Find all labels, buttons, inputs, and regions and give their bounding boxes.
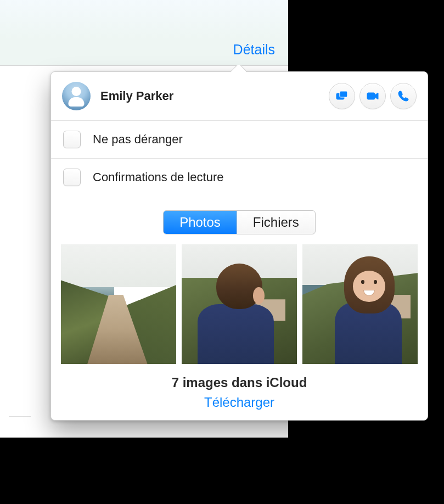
read-receipts-checkbox[interactable]	[63, 169, 81, 186]
background-header: Détails	[0, 0, 288, 66]
contact-header: Emily Parker	[51, 72, 428, 120]
svg-rect-1	[340, 91, 347, 97]
details-button[interactable]: Détails	[233, 42, 275, 58]
photo-grid	[51, 244, 428, 364]
avatar[interactable]	[62, 82, 91, 110]
phone-icon	[397, 89, 410, 103]
separator	[9, 416, 31, 417]
dnd-row: Ne pas déranger	[51, 120, 428, 158]
dnd-label: Ne pas déranger	[93, 132, 183, 147]
photo-thumbnail[interactable]	[61, 244, 176, 364]
contact-actions	[329, 83, 417, 109]
share-screen-button[interactable]	[329, 83, 355, 109]
attachments-tab-group: Photos Fichiers	[51, 196, 428, 244]
photo-thumbnail[interactable]	[182, 244, 297, 364]
details-popover: Emily Parker Ne pas déranger Confirmatio…	[50, 71, 428, 421]
read-receipts-label: Confirmations de lecture	[93, 170, 223, 184]
tab-files[interactable]: Fichiers	[237, 211, 315, 234]
read-receipts-row: Confirmations de lecture	[51, 158, 428, 196]
contact-name: Emily Parker	[100, 89, 329, 103]
icloud-status: 7 images dans iCloud	[51, 375, 428, 390]
video-call-button[interactable]	[359, 83, 386, 109]
download-link[interactable]: Télécharger	[51, 395, 428, 410]
svg-rect-2	[367, 93, 375, 99]
video-icon	[366, 89, 379, 103]
tab-photos[interactable]: Photos	[164, 211, 237, 234]
share-screen-icon	[335, 89, 349, 103]
audio-call-button[interactable]	[390, 83, 417, 109]
popover-arrow	[231, 65, 246, 72]
dnd-checkbox[interactable]	[63, 131, 81, 148]
photo-thumbnail[interactable]	[302, 244, 418, 364]
